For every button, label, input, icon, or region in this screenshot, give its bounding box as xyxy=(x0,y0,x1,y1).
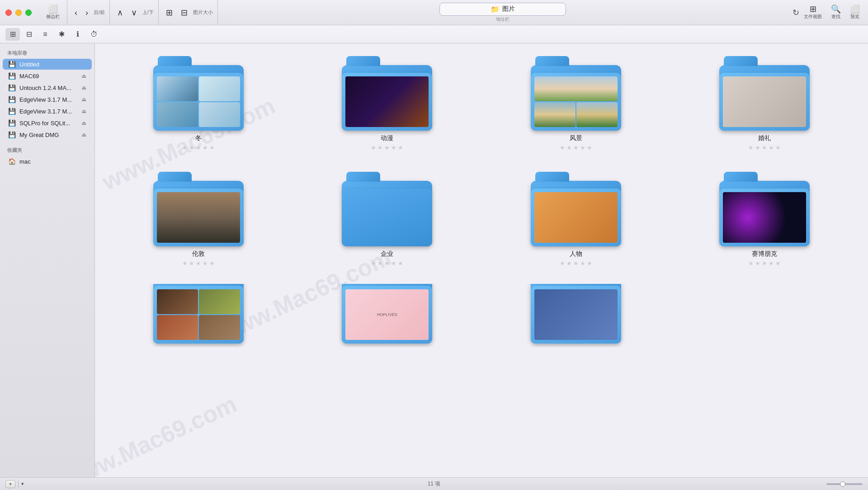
eject-button-2[interactable]: ⏏ xyxy=(81,85,86,91)
folder-shape-london xyxy=(153,172,244,246)
search-label: 查找 xyxy=(831,14,840,20)
zoom-slider[interactable] xyxy=(826,483,863,485)
history-icon: ⏱ xyxy=(90,30,98,38)
folder-shape-wedding xyxy=(719,56,810,131)
view-grid-button[interactable]: ⊞ xyxy=(5,28,20,41)
sidebar-item-text-3: Untouch 1.2.4 MA... xyxy=(19,85,78,91)
preview-img xyxy=(534,192,618,243)
nav-section: ‹ › 后/前 xyxy=(67,0,110,25)
folder-stars-anime: ★ ★ ★ ★ ★ xyxy=(371,144,403,151)
back-button[interactable]: ‹ xyxy=(72,7,80,19)
sidebar-item-greatdmg[interactable]: 💾 My Great DMG ⏏ xyxy=(3,129,92,140)
sidebar-toggle-button[interactable]: ⬜ 侧边栏 xyxy=(43,3,62,22)
folder-cyberpunk[interactable]: 赛博朋克 ★ ★ ★ ★ ★ xyxy=(675,168,855,270)
history-button[interactable]: ⏱ xyxy=(87,28,101,41)
folder-london[interactable]: 伦敦 ★ ★ ★ ★ ★ xyxy=(108,168,288,270)
eject-button-4[interactable]: ⏏ xyxy=(81,108,86,114)
preview-img xyxy=(157,192,240,243)
sidebar-item-untouch[interactable]: 💾 Untouch 1.2.4 MA... ⏏ xyxy=(3,82,92,93)
image-size-label: 图片大小 xyxy=(193,9,213,16)
sidebar-item-mac69[interactable]: 💾 MAC69 ⏏ xyxy=(3,71,92,81)
folder-preview xyxy=(531,188,621,246)
file-view-label: 文件视图 xyxy=(804,14,822,20)
eject-button-3[interactable]: ⏏ xyxy=(81,96,86,103)
secondary-toolbar: ⊞ ⊟ ≡ ✱ ℹ ⏱ xyxy=(0,25,868,43)
size-button2[interactable]: ⊟ xyxy=(178,7,190,19)
folder-name-cyberpunk: 赛博朋克 xyxy=(752,250,777,258)
forward-button[interactable]: › xyxy=(83,7,91,19)
watermark-text-3: www.Mac69.com xyxy=(95,390,241,477)
grid-icon: ⊞ xyxy=(810,5,816,13)
folder-shape-people xyxy=(531,172,621,246)
home-icon: 🏠 xyxy=(8,158,16,165)
content-area: www.Mac69.com www.Mac69.com www.Mac69.co… xyxy=(95,43,868,477)
folder-front xyxy=(531,188,621,246)
sidebar-item-edgeview1[interactable]: 💾 EdgeView 3.1.7 M... ⏏ xyxy=(3,94,92,105)
folder-front xyxy=(342,73,432,131)
folder-name-landscape: 风景 xyxy=(570,134,582,142)
sidebar-item-sqlpro[interactable]: 💾 SQLPro for SQLit... ⏏ xyxy=(3,118,92,128)
folder-shape-landscape xyxy=(531,56,621,131)
refresh-button[interactable]: ↻ xyxy=(791,6,801,19)
view-toggle-button[interactable]: ⊞ 文件视图 xyxy=(801,3,825,22)
folder-stars-landscape: ★ ★ ★ ★ ★ xyxy=(560,144,592,151)
down-button[interactable]: ∨ xyxy=(128,7,140,19)
eject-button[interactable]: ⏏ xyxy=(81,73,86,79)
drive-icon-7: 💾 xyxy=(8,131,16,138)
preview-label: 预览 xyxy=(850,14,859,20)
size-button[interactable]: ⊞ xyxy=(163,7,175,19)
folder-wedding[interactable]: 婚礼 ★ ★ ★ ★ ★ xyxy=(675,52,855,155)
traffic-lights xyxy=(5,9,32,16)
up-button[interactable]: ∧ xyxy=(114,7,126,19)
drive-icon-4: 💾 xyxy=(8,96,16,103)
address-bar-container: 📁 图片 地址栏 xyxy=(218,3,787,23)
back-icon: ‹ xyxy=(75,9,77,17)
preview-img xyxy=(534,289,618,340)
folder-preview xyxy=(342,73,432,131)
folder-enterprise[interactable]: 企业 ★ ★ ★ ★ ★ xyxy=(297,168,477,270)
sidebar-item-edgeview2[interactable]: 💾 EdgeView 3.1.7 M... ⏏ xyxy=(3,106,92,117)
dropdown-button[interactable]: ▾ xyxy=(21,481,24,487)
folder-anime[interactable]: 动漫 ★ ★ ★ ★ ★ xyxy=(297,52,477,155)
add-button[interactable]: + xyxy=(5,480,15,488)
preview-button[interactable]: ⬜ 预览 xyxy=(847,3,863,22)
sidebar-item-untitled[interactable]: 💾 Untitled xyxy=(3,59,92,70)
view-list-button[interactable]: ⊟ xyxy=(22,28,36,41)
folder-flyer[interactable]: HOPLIVES xyxy=(297,284,477,347)
sidebar-item-text-5: EdgeView 3.1.7 M... xyxy=(19,108,78,115)
info-button[interactable]: ℹ xyxy=(71,28,85,41)
folder-food[interactable] xyxy=(108,284,288,347)
folder-stars-enterprise: ★ ★ ★ ★ ★ xyxy=(371,260,403,267)
close-button[interactable] xyxy=(5,9,12,16)
eject-button-6[interactable]: ⏏ xyxy=(81,132,86,138)
folder-name-wedding: 婚礼 xyxy=(758,134,771,142)
folder-shape-winter xyxy=(153,56,244,131)
folder-preview xyxy=(531,286,621,344)
folder-winter[interactable]: 冬 ★ ★ ★ ★ ★ xyxy=(108,52,288,155)
forward-icon: › xyxy=(85,9,88,17)
updown-section: ∧ ∨ 上/下 xyxy=(110,0,159,25)
minimize-button[interactable] xyxy=(15,9,22,16)
eject-button-5[interactable]: ⏏ xyxy=(81,120,86,126)
action-button[interactable]: ✱ xyxy=(54,28,69,41)
folder-stars-wedding: ★ ★ ★ ★ ★ xyxy=(748,144,781,151)
folder-stars-people: ★ ★ ★ ★ ★ xyxy=(560,260,592,267)
sidebar-item-mac[interactable]: 🏠 mac xyxy=(3,156,92,167)
folder-tab xyxy=(535,172,569,182)
slider-thumb[interactable] xyxy=(840,481,845,487)
local-section-label: 本地宗卷 xyxy=(0,47,94,58)
view-column-button[interactable]: ≡ xyxy=(38,28,52,41)
maximize-button[interactable] xyxy=(25,9,32,16)
up-icon: ∧ xyxy=(117,9,123,17)
folder-front xyxy=(719,73,810,131)
folder-landscape[interactable]: 风景 ★ ★ ★ ★ ★ xyxy=(486,52,666,155)
folder-people[interactable]: 人物 ★ ★ ★ ★ ★ xyxy=(486,168,666,270)
search-button[interactable]: 🔍 查找 xyxy=(828,3,844,22)
folder-fitness[interactable] xyxy=(486,284,666,347)
address-bar[interactable]: 📁 图片 xyxy=(439,3,566,16)
search-icon: 🔍 xyxy=(831,5,841,13)
folder-preview xyxy=(531,73,621,131)
folder-grid: 冬 ★ ★ ★ ★ ★ xyxy=(108,52,854,347)
folder-preview xyxy=(153,188,244,246)
address-bar-label: 地址栏 xyxy=(496,16,509,23)
